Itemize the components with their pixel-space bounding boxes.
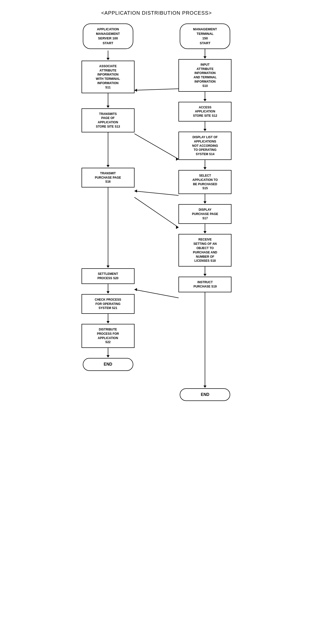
s18-node: RECEIVE SETTING OF AN OBJECT TO PURCHASE… (178, 234, 231, 267)
s22-node: DISTRIBUTE PROCESS FOR APPLICATION S22 (82, 324, 135, 348)
s17-node: DISPLAY PURCHASE PAGE S17 (178, 204, 231, 224)
s13-node: TRANSMITS PAGE OF APPLICATION STORE SITE… (82, 108, 135, 132)
s21-node: CHECK PROCESS FOR OPERATING SYSTEM S21 (82, 294, 135, 314)
s15-node: SELECT APPLICATION TO BE PURCHASED S15 (178, 170, 231, 194)
right-start-node: MANAGEMENT TERMINAL 150 START (180, 23, 230, 49)
diagram-title: <APPLICATION DISTRIBUTION PROCESS> (101, 10, 212, 16)
right-end-node: END (180, 388, 230, 401)
s10-node: INPUT ATTRIBUTE INFORMATION AND TERMINAL… (178, 59, 231, 92)
s20-node: SETTLEMENT PROCESS S20 (82, 268, 135, 284)
s12-node: ACCESS APPLICATION STORE SITE S12 (178, 102, 231, 122)
s19-node: INSTRUCT PURCHASE S19 (178, 277, 231, 292)
s11-node: ASSOCIATE ATTRIBUTE INFORMATION WITH TER… (82, 61, 135, 93)
diagram-container: <APPLICATION DISTRIBUTION PROCESS> APPLI… (63, 10, 250, 401)
s14-node: DISPLAY LIST OF APPLICATIONS NOT ACCORDI… (178, 132, 231, 160)
left-end-node: END (83, 358, 133, 371)
s16-node: TRANSMIT PURCHASE PAGE S16 (82, 168, 135, 187)
left-start-node: APPLICATION MANAGEMENT SERVER 100 START (83, 23, 133, 49)
